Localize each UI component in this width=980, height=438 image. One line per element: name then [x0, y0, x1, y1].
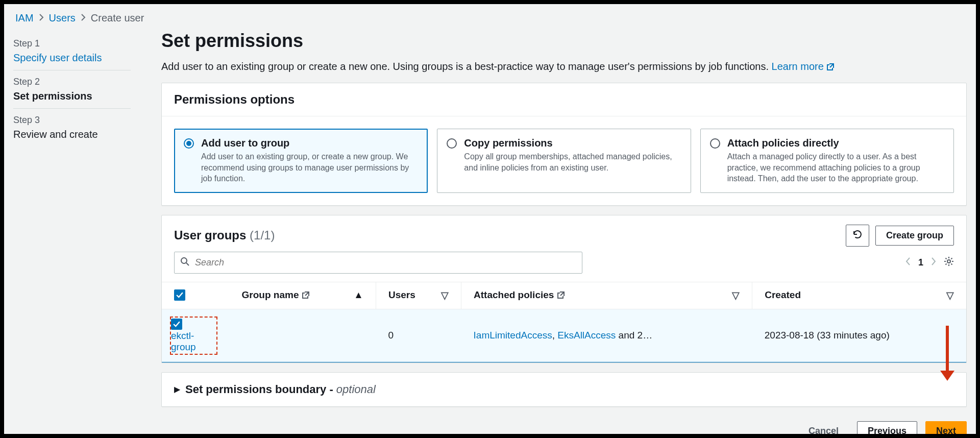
svg-point-0: [181, 258, 187, 263]
column-select-all[interactable]: [162, 282, 230, 309]
learn-more-text: Learn more: [772, 61, 824, 72]
svg-point-1: [947, 260, 950, 263]
col-label: Users: [388, 289, 415, 300]
permissions-boundary-toggle[interactable]: ▶ Set permissions boundary - optional: [162, 373, 966, 406]
option-title: Add user to group: [201, 137, 418, 149]
heading-count: (1/1): [250, 228, 275, 242]
sort-asc-icon: ▲: [354, 289, 363, 301]
cell-users: 0: [376, 309, 461, 362]
breadcrumb-users[interactable]: Users: [49, 12, 76, 24]
option-attach-policies[interactable]: Attach policies directly Attach a manage…: [700, 129, 954, 193]
pagination: 1: [905, 256, 954, 269]
subtitle-text: Add user to an existing group or create …: [161, 61, 772, 72]
breadcrumb-iam[interactable]: IAM: [15, 12, 34, 24]
col-label: Group name: [242, 289, 299, 300]
table-row[interactable]: ekctl-group 0 IamLimitedAccess, EksAllAc…: [162, 309, 966, 362]
external-link-icon: [557, 290, 565, 302]
groups-table: Group name ▲ Users ▽ At: [162, 282, 966, 362]
breadcrumb-current: Create user: [91, 12, 144, 24]
step-title: Specify user details: [13, 52, 131, 64]
step-label: Step 3: [13, 115, 131, 126]
row-checkbox[interactable]: [171, 319, 182, 330]
policy-link[interactable]: EksAllAccess: [557, 330, 616, 340]
chevron-right-icon: [81, 13, 86, 23]
option-desc: Attach a managed policy directly to a us…: [727, 151, 944, 184]
step-title: Review and create: [13, 129, 131, 140]
step-title: Set permissions: [13, 90, 131, 102]
option-desc: Copy all group memberships, attached man…: [464, 151, 681, 173]
sort-icon: ▽: [441, 289, 449, 301]
permissions-options-panel: Permissions options Add user to group Ad…: [161, 83, 967, 206]
page-number: 1: [918, 257, 923, 268]
search-icon: [180, 257, 189, 268]
page-subtitle: Add user to an existing group or create …: [161, 61, 967, 74]
annotation-highlight: ekctl-group: [170, 317, 217, 355]
col-label: Created: [765, 289, 801, 300]
step-3: Step 3 Review and create: [13, 109, 131, 147]
page-prev-button[interactable]: [905, 257, 911, 268]
step-1[interactable]: Step 1 Specify user details: [13, 32, 131, 70]
sort-icon: ▽: [946, 289, 954, 301]
column-created[interactable]: Created ▽: [752, 282, 966, 309]
step-label: Step 1: [13, 38, 131, 49]
column-group-name[interactable]: Group name ▲: [230, 282, 376, 309]
boundary-label: Set permissions boundary -: [185, 383, 336, 396]
checkbox-checked-icon: [174, 289, 185, 301]
user-groups-panel: User groups (1/1) Create group: [161, 215, 967, 363]
page-title: Set permissions: [161, 30, 967, 52]
settings-button[interactable]: [944, 256, 954, 269]
col-label: Attached policies: [474, 289, 554, 300]
gear-icon: [944, 256, 954, 266]
permissions-options-heading: Permissions options: [162, 83, 966, 116]
external-link-icon: [302, 290, 310, 302]
cancel-button[interactable]: Cancel: [798, 422, 849, 438]
next-button[interactable]: Next: [925, 421, 967, 438]
chevron-right-icon: [39, 13, 44, 23]
refresh-icon: [852, 231, 863, 241]
policy-link[interactable]: IamLimitedAccess: [474, 330, 552, 340]
step-label: Step 2: [13, 77, 131, 87]
column-users[interactable]: Users ▽: [376, 282, 461, 309]
learn-more-link[interactable]: Learn more: [772, 61, 835, 72]
option-title: Copy permissions: [464, 137, 681, 149]
wizard-steps: Step 1 Specify user details Step 2 Set p…: [13, 30, 131, 438]
more-text: and 2…: [616, 330, 652, 340]
heading-text: User groups: [174, 228, 246, 242]
create-group-button[interactable]: Create group: [875, 226, 954, 246]
option-desc: Add user to an existing group, or create…: [201, 151, 418, 184]
permissions-boundary-panel: ▶ Set permissions boundary - optional: [161, 372, 967, 407]
option-add-to-group[interactable]: Add user to group Add user to an existin…: [174, 129, 428, 193]
wizard-footer: Cancel Previous Next: [161, 416, 967, 438]
cell-created: 2023-08-18 (33 minutes ago): [752, 309, 966, 362]
radio-icon: [710, 138, 720, 149]
previous-button[interactable]: Previous: [857, 421, 917, 438]
search-field: [174, 252, 582, 274]
step-2: Step 2 Set permissions: [13, 70, 131, 109]
sep: ,: [552, 330, 558, 340]
radio-icon: [447, 138, 457, 149]
boundary-optional: optional: [336, 383, 376, 396]
radio-icon: [184, 138, 194, 149]
refresh-button[interactable]: [846, 225, 869, 247]
search-input[interactable]: [174, 252, 582, 274]
breadcrumb: IAM Users Create user: [13, 8, 967, 30]
group-name-link[interactable]: ekctl-group: [171, 330, 196, 352]
caret-right-icon: ▶: [174, 384, 180, 394]
option-copy-permissions[interactable]: Copy permissions Copy all group membersh…: [437, 129, 691, 193]
cell-policies: IamLimitedAccess, EksAllAccess and 2…: [461, 309, 752, 362]
user-groups-heading: User groups (1/1): [174, 228, 275, 242]
column-policies[interactable]: Attached policies ▽: [461, 282, 752, 309]
option-title: Attach policies directly: [727, 137, 944, 149]
sort-icon: ▽: [732, 289, 740, 301]
external-link-icon: [826, 62, 835, 74]
page-next-button[interactable]: [930, 257, 937, 268]
